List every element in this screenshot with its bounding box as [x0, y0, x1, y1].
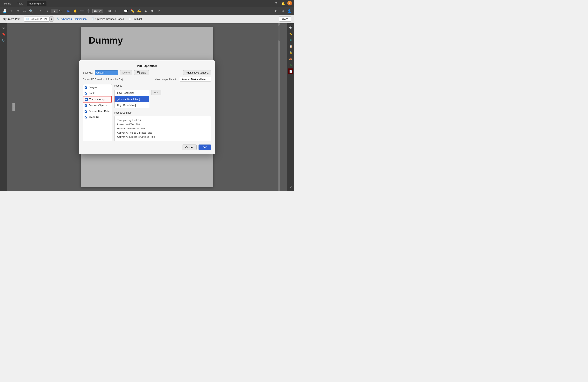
pdf-toolbar: Optimize PDF 📄 Reduce File Size ▾ 🔧 Adva… [0, 15, 294, 23]
category-images[interactable]: Images [83, 85, 112, 90]
preset-label: Preset: [114, 84, 211, 87]
action-toolbar: 💾 ☆ ⬆ 🖨 🔍 ↑ ↓ / 1 ▶ ✋ ➖ ➕ 153% ▾ ⊞ ⊟ 💬 ✏… [0, 7, 294, 15]
categories-panel: Images Fonts Transparency Discard O [83, 84, 112, 141]
rs-settings-icon[interactable]: ⚙ [288, 184, 294, 190]
rs-comment-icon[interactable]: 💬 [288, 25, 294, 30]
settings-select[interactable]: Custom [95, 70, 118, 75]
snapshot-icon[interactable]: ⊟ [114, 8, 119, 14]
settings-select-wrapper: Custom [95, 70, 118, 75]
sidebar-bookmark-icon[interactable]: 🔖 [1, 32, 6, 37]
mail-icon[interactable]: ✉ [280, 8, 285, 14]
preset-settings-box: Transparency level: 75 Line Art and Text… [114, 116, 211, 141]
rs-optimize-icon[interactable]: 📄 [288, 68, 294, 74]
transparency-checkbox[interactable] [85, 98, 88, 101]
category-transparency[interactable]: Transparency [83, 96, 112, 103]
pen-icon[interactable]: ✏️ [130, 8, 135, 14]
category-clean-up[interactable]: Clean Up [83, 114, 112, 120]
preset-high[interactable]: [High Resolution] [115, 102, 149, 108]
version-row: Current PDF Version: 1.4 (Acrobat 5.x) M… [83, 77, 211, 82]
tab-home[interactable]: Home [2, 1, 13, 6]
preset-low[interactable]: [Low Resolution] [115, 90, 149, 96]
clean-up-checkbox[interactable] [84, 116, 87, 118]
edit-button[interactable]: Edit [151, 90, 161, 95]
rs-form-icon[interactable]: 📋 [288, 43, 294, 49]
discard-user-data-label: Discard User Data [89, 110, 109, 113]
compat-select-wrapper: Acrobat 10.0 and later [180, 77, 211, 82]
dialog-right-panel: Preset: [Low Resolution] [Medium Resolut… [114, 84, 211, 141]
cancel-button[interactable]: Cancel [182, 145, 196, 150]
bookmark-icon[interactable]: ☆ [9, 8, 14, 14]
rs-protect-icon[interactable]: 🔒 [288, 50, 294, 55]
optimize-scanned-button[interactable]: 📑 Optimize Scanned Pages [90, 17, 126, 21]
discard-objects-label: Discard Objects [89, 104, 107, 107]
tab-file[interactable]: dummy.pdf × [27, 1, 46, 6]
zoom-out-icon[interactable]: ➖ [79, 8, 84, 14]
rs-organize-icon[interactable]: 🗂 [288, 62, 294, 68]
delete-icon[interactable]: 🗑 [149, 8, 155, 14]
prev-page-icon[interactable]: ↑ [38, 8, 43, 14]
category-discard-user-data[interactable]: Discard User Data [83, 108, 112, 114]
search-icon[interactable]: 🔍 [28, 8, 34, 14]
bell-icon[interactable]: 🔔 [280, 1, 286, 6]
setting-strokes-outlines: Convert All Strokes to Outlines: True [117, 135, 208, 139]
tab-tools[interactable]: Tools [15, 1, 25, 6]
fonts-label: Fonts [89, 92, 95, 95]
preset-medium[interactable]: [Medium Resolution] [115, 96, 149, 102]
redact-icon[interactable]: ⊘ [273, 8, 279, 14]
compat-select[interactable]: Acrobat 10.0 and later [180, 77, 211, 82]
help-icon[interactable]: ? [273, 1, 279, 6]
separator2 [64, 9, 64, 13]
sidebar-pages-icon[interactable]: ⧉ [1, 25, 6, 30]
pan-icon[interactable]: ✋ [73, 8, 78, 14]
stamp-icon[interactable]: ◈ [143, 8, 148, 14]
print-icon[interactable]: 🖨 [22, 8, 27, 14]
category-discard-objects[interactable]: Discard Objects [83, 103, 112, 108]
discard-user-data-checkbox[interactable] [84, 110, 87, 113]
adv-opt-label: Advanced Optimization [61, 18, 87, 21]
left-sidebar: ⧉ 🔖 📎 [0, 23, 7, 191]
close-button[interactable]: Close [279, 16, 291, 21]
rs-edit-icon[interactable]: ✏️ [288, 31, 294, 37]
comment-icon-tb[interactable]: 💬 [123, 8, 128, 14]
modal-overlay: PDF Optimizer Settings: Custom Delete 💾 … [7, 23, 287, 191]
reduce-file-size-button[interactable]: 📄 Reduce File Size [24, 17, 50, 21]
discard-objects-checkbox[interactable] [84, 104, 87, 107]
save-label: Save [141, 71, 147, 74]
delete-button[interactable]: Delete [120, 70, 132, 75]
sidebar-paperclip-icon[interactable]: 📎 [1, 38, 6, 43]
images-label: Images [89, 86, 97, 89]
save-icon[interactable]: 💾 [2, 8, 7, 14]
fonts-checkbox[interactable] [84, 92, 87, 95]
setting-transparency: Transparency level: 75 [117, 118, 208, 123]
advanced-optimization-button[interactable]: 🔧 Advanced Optimization [55, 17, 88, 21]
rs-export-icon[interactable]: 📤 [288, 56, 294, 62]
scan-icon: 📑 [91, 18, 94, 21]
preflight-button[interactable]: 📋 Preflight [127, 17, 144, 21]
images-checkbox[interactable] [84, 86, 87, 89]
next-page-icon[interactable]: ↓ [44, 8, 50, 14]
category-fonts[interactable]: Fonts [83, 90, 112, 96]
upload-icon[interactable]: ⬆ [15, 8, 21, 14]
tab-close-icon[interactable]: × [43, 2, 44, 5]
highlight-icon[interactable]: ✍ [136, 8, 142, 14]
audit-button[interactable]: Audit space usage... [183, 70, 211, 75]
compat-label: Make compatible with: [155, 78, 178, 81]
marquee-icon[interactable]: ⊞ [107, 8, 112, 14]
select-icon[interactable]: ▶ [66, 8, 71, 14]
reduce-dropdown-button[interactable]: ▾ [50, 16, 53, 21]
undo-icon[interactable]: ↩ [156, 8, 162, 14]
version-text: Current PDF Version: 1.4 (Acrobat 5.x) [83, 78, 123, 81]
zoom-in-icon[interactable]: ➕ [86, 8, 91, 14]
page-total: 1 [61, 10, 62, 12]
page-input[interactable] [51, 9, 58, 13]
save-button[interactable]: 💾 Save [134, 70, 149, 75]
dialog-body: Images Fonts Transparency Discard O [83, 84, 211, 141]
zoom-display[interactable]: 153% ▾ [92, 9, 103, 13]
zoom-dropdown-icon: ▾ [100, 10, 102, 12]
avatar[interactable]: A [287, 1, 292, 5]
ok-button[interactable]: OK [199, 145, 211, 150]
user-icon[interactable]: 👤 [287, 8, 292, 14]
page-sep: / [59, 10, 60, 12]
rs-measure-icon[interactable]: ⊞ [288, 37, 294, 43]
tab-bar: Home Tools dummy.pdf × ? 🔔 A [0, 0, 294, 7]
